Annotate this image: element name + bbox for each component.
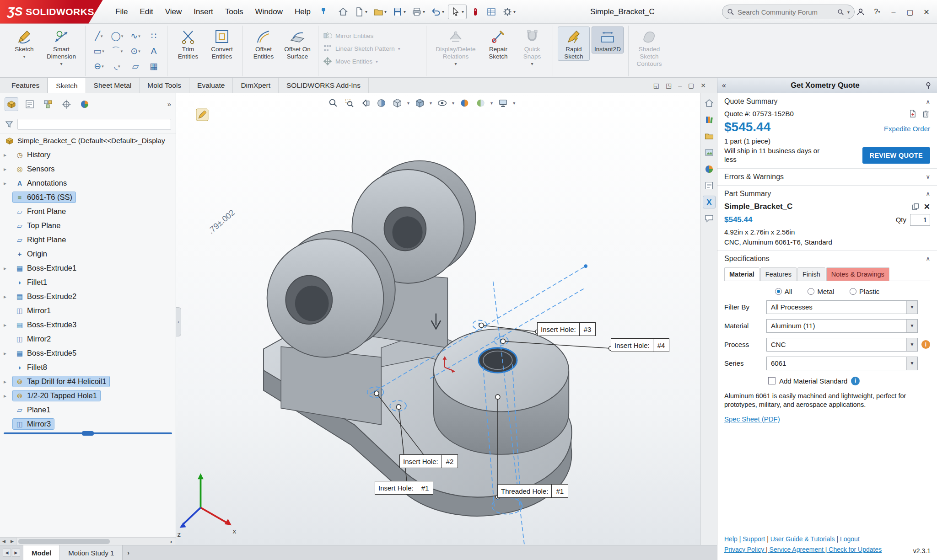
ribbon-tab[interactable]: Sketch	[48, 78, 86, 93]
options-gear-icon[interactable]: ▾	[500, 5, 518, 19]
featuremanager-tabs-overflow[interactable]: »	[167, 100, 171, 108]
scroll-left-icon[interactable]: ◀	[0, 538, 8, 545]
tab-scroll-left-icon[interactable]: ◀	[3, 549, 11, 557]
pattern-tool-icon[interactable]: ▦	[145, 59, 162, 73]
line-tool-icon[interactable]: ╱▾	[90, 29, 108, 43]
qty-input[interactable]	[910, 214, 930, 226]
tree-item[interactable]: ▸ Origin	[0, 247, 176, 261]
radio-metal[interactable]: Metal	[808, 288, 834, 295]
pin-icon[interactable]	[319, 7, 328, 17]
slot-tool-icon[interactable]: ⊖▾	[90, 59, 108, 73]
doc-close-icon[interactable]: ✕	[700, 82, 706, 89]
tree-item[interactable]: ▸ Top Plane	[0, 219, 176, 233]
tree-item[interactable]: ▸ Plane1	[0, 403, 176, 417]
hole-callout[interactable]: Insert Hole: #3	[537, 322, 596, 336]
chevron-down-icon[interactable]: ▾	[60, 61, 62, 67]
panel-collapse-handle[interactable]: ‹	[176, 307, 181, 336]
study-tab[interactable]: Motion Study 1	[60, 545, 123, 560]
footer-link[interactable]: Check for Updates	[824, 546, 882, 553]
tree-item[interactable]: ▸ Mirror2	[0, 332, 176, 346]
chevron-down-icon[interactable]: ▾	[376, 59, 378, 64]
select-cursor-icon[interactable]: ▾	[448, 5, 467, 19]
tree-item[interactable]: ▸ Mirror1	[0, 304, 176, 318]
restore-button[interactable]: ▢	[903, 5, 917, 19]
tree-filter-input[interactable]	[17, 119, 171, 130]
fillet-tool-icon[interactable]: ◟▾	[108, 59, 126, 73]
radio-all[interactable]: All	[775, 288, 792, 295]
hide-show-items-icon[interactable]	[436, 97, 448, 109]
expand-arrow-icon[interactable]: ▸	[4, 350, 13, 357]
home-tab-icon[interactable]	[703, 97, 716, 110]
spline-tool-icon[interactable]: ∿▾	[127, 29, 144, 43]
point-tool-icon[interactable]: ∷	[145, 29, 162, 43]
tree-item[interactable]: ▸ Sensors	[0, 162, 176, 176]
expand-section-icon[interactable]: ∨	[926, 173, 930, 180]
expedite-order-link[interactable]: Expedite Order	[884, 125, 930, 133]
collapse-section-icon[interactable]: ∧	[926, 98, 930, 105]
collapse-section-icon[interactable]: ∧	[926, 190, 930, 197]
specifications-header[interactable]: Specifications ∧	[724, 255, 930, 263]
tab-features[interactable]: Features	[760, 267, 797, 281]
footer-link[interactable]: Service Agreement	[764, 546, 824, 553]
ribbon-tab[interactable]: Evaluate	[189, 78, 233, 93]
footer-link[interactable]: User Guide & Tutorials	[765, 535, 835, 543]
tree-item[interactable]: ▸ Tap Drill for #4 Helicoil1	[0, 374, 176, 389]
tree-item[interactable]: ▸ Boss-Extrude3	[0, 318, 176, 332]
part-summary-header[interactable]: Part Summary ∧	[724, 190, 930, 198]
expand-arrow-icon[interactable]: ▸	[4, 152, 13, 158]
tree-item[interactable]: ▸ Fillet1	[0, 275, 176, 289]
displaymanager-tab-icon[interactable]	[78, 97, 92, 111]
menu-item[interactable]: Edit	[134, 5, 159, 19]
instant2d-button[interactable]: Instant2D	[592, 27, 624, 53]
process-select[interactable]: CNC▼	[766, 338, 918, 352]
menu-item[interactable]: File	[109, 5, 134, 19]
expand-arrow-icon[interactable]: ▸	[4, 322, 13, 328]
export-pdf-icon[interactable]	[908, 109, 917, 118]
ribbon-tab[interactable]: Sheet Metal	[86, 78, 140, 93]
bracket-3d-model[interactable]: .79±.002 z x	[176, 93, 700, 545]
appearances-icon[interactable]	[703, 163, 716, 176]
repair-sketch-button[interactable]: Repair Sketch	[482, 27, 514, 61]
pin-panel-icon[interactable]	[924, 81, 932, 90]
quick-snaps-button[interactable]: Quick Snaps ▾	[516, 27, 548, 67]
tab-finish[interactable]: Finish	[797, 267, 825, 281]
dock-right-icon[interactable]: ◳	[666, 82, 672, 89]
print-icon[interactable]: ▾	[409, 5, 427, 19]
hole-callout[interactable]: Insert Hole: #1	[375, 481, 433, 495]
xpress-products-icon[interactable]	[468, 5, 483, 19]
material-standard-info-icon[interactable]: i	[851, 377, 860, 385]
sheet-format-icon[interactable]	[484, 5, 499, 19]
edit-appearance-icon[interactable]	[458, 97, 470, 109]
dimension-label[interactable]: .79±.002	[206, 208, 237, 236]
errors-warnings-header[interactable]: Errors & Warnings ∨	[724, 173, 930, 181]
forum-tab-icon[interactable]	[703, 212, 716, 225]
undo-icon[interactable]: ▾	[429, 5, 447, 19]
expand-arrow-icon[interactable]: ▸	[4, 265, 13, 272]
expand-arrow-icon[interactable]: ▸	[4, 166, 13, 172]
move-entities-button[interactable]: Move Entities ▾	[323, 57, 421, 66]
tab-scroll-right-icon[interactable]: ▶	[12, 549, 20, 557]
apply-scene-icon[interactable]	[474, 97, 486, 109]
close-button[interactable]: ✕	[920, 5, 933, 19]
new-document-icon[interactable]: ▾	[352, 5, 370, 19]
footer-link[interactable]: Logout	[835, 535, 860, 543]
chevron-down-icon[interactable]: ▾	[23, 54, 25, 59]
rectangle-tool-icon[interactable]: ▭▾	[90, 44, 108, 58]
shaded-sketch-contours-button[interactable]: Shaded Sketch Contours	[633, 27, 665, 68]
quote-summary-header[interactable]: Quote Summary ∧	[724, 97, 930, 106]
ellipse-tool-icon[interactable]: ⊙▾	[127, 44, 144, 58]
offset-on-surface-button[interactable]: Offset On Surface	[281, 27, 313, 61]
tree-item[interactable]: ▸ Annotations	[0, 176, 176, 190]
footer-link[interactable]: Privacy Policy	[724, 546, 764, 553]
community-search[interactable]: ▾	[722, 5, 855, 19]
collapse-panel-icon[interactable]: «	[722, 81, 726, 90]
mirror-entities-button[interactable]: Mirror Entities	[323, 31, 421, 40]
ribbon-tab[interactable]: DimXpert	[233, 78, 279, 93]
sketch-button[interactable]: Sketch ▾	[8, 27, 40, 60]
zoom-to-fit-icon[interactable]	[327, 97, 339, 109]
process-info-icon[interactable]: i	[921, 340, 930, 349]
rollback-bar[interactable]	[4, 432, 172, 434]
home-icon[interactable]	[336, 5, 350, 19]
display-style-icon[interactable]	[414, 97, 425, 109]
display-delete-relations-button[interactable]: Display/Delete Relations ▾	[431, 27, 480, 67]
